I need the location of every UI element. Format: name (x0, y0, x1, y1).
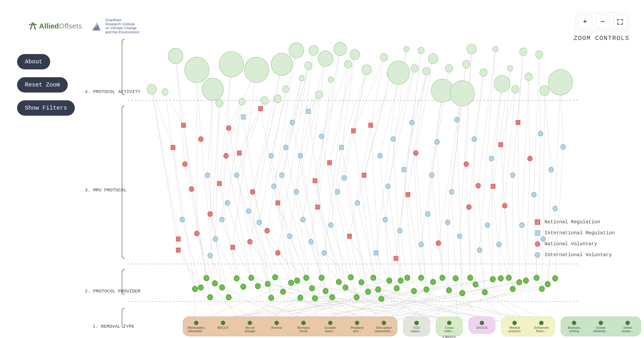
mrv-node[interactable] (339, 145, 344, 150)
chart-canvas[interactable] (114, 36, 592, 336)
provider-node[interactable] (336, 279, 342, 285)
mrv-node[interactable] (541, 237, 546, 242)
activity-bubble[interactable] (318, 51, 333, 66)
mrv-node[interactable] (394, 256, 398, 261)
provider-node[interactable] (552, 276, 558, 281)
mrv-node[interactable] (230, 245, 235, 249)
reset-zoom-button[interactable]: Reset Zoom (17, 77, 68, 92)
mrv-node[interactable] (226, 126, 231, 131)
show-filters-button[interactable]: Show Filters (17, 100, 75, 116)
mrv-node[interactable] (279, 173, 284, 178)
activity-bubble[interactable] (404, 46, 409, 52)
provider-node[interactable] (294, 278, 300, 284)
provider-node[interactable] (545, 282, 550, 287)
activity-bubble[interactable] (548, 70, 572, 95)
activity-bubble[interactable] (239, 98, 245, 105)
mrv-node[interactable] (406, 192, 410, 197)
mrv-node[interactable] (220, 217, 224, 222)
provider-node[interactable] (288, 280, 294, 286)
mrv-node[interactable] (213, 237, 218, 242)
mrv-node[interactable] (402, 168, 406, 172)
provider-node[interactable] (354, 295, 359, 300)
mrv-node[interactable] (308, 239, 314, 245)
provider-node[interactable] (482, 290, 488, 295)
removal-group[interactable]: CO2 captur…CCS (403, 317, 430, 336)
mrv-node[interactable] (429, 173, 434, 178)
provider-node[interactable] (323, 288, 328, 294)
mrv-node[interactable] (224, 153, 229, 158)
provider-node[interactable] (198, 285, 204, 290)
removal-type-dot[interactable] (447, 321, 452, 325)
mrv-node[interactable] (225, 200, 230, 206)
activity-bubble[interactable] (168, 48, 183, 64)
mrv-node[interactable] (457, 234, 462, 239)
activity-bubble[interactable] (387, 61, 410, 84)
activity-bubble[interactable] (274, 95, 281, 103)
provider-node[interactable] (226, 295, 231, 300)
mrv-node[interactable] (386, 184, 390, 189)
provider-node[interactable] (446, 288, 452, 293)
mrv-node[interactable] (553, 206, 558, 211)
mrv-node[interactable] (374, 251, 378, 255)
activity-bubble[interactable] (525, 73, 532, 81)
mrv-node[interactable] (217, 181, 221, 186)
mrv-node[interactable] (180, 217, 185, 222)
activity-bubble[interactable] (219, 52, 244, 77)
removal-type-dot[interactable] (382, 321, 386, 325)
removal-type-dot[interactable] (512, 321, 517, 325)
activity-bubble[interactable] (328, 77, 334, 82)
mrv-node[interactable] (347, 234, 352, 238)
removal-group[interactable]: Biomass sinkingOcean Alkalinity…Direct o… (561, 317, 641, 336)
mrv-node[interactable] (516, 120, 520, 125)
provider-node[interactable] (366, 289, 371, 295)
activity-bubble[interactable] (450, 81, 474, 106)
provider-node[interactable] (208, 295, 213, 300)
mrv-node[interactable] (464, 162, 469, 167)
provider-node[interactable] (272, 275, 278, 280)
activity-bubble[interactable] (309, 45, 318, 55)
provider-node[interactable] (312, 296, 318, 301)
provider-node[interactable] (534, 275, 539, 281)
provider-node[interactable] (376, 287, 381, 292)
provider-node[interactable] (212, 281, 218, 286)
activity-bubble[interactable] (350, 50, 360, 60)
provider-node[interactable] (418, 275, 424, 281)
provider-node[interactable] (506, 275, 512, 281)
activity-bubble[interactable] (512, 85, 519, 93)
provider-node[interactable] (440, 275, 445, 281)
mrv-node[interactable] (194, 231, 200, 236)
activity-bubble[interactable] (147, 84, 156, 94)
provider-node[interactable] (411, 288, 416, 294)
provider-node[interactable] (255, 284, 260, 289)
mrv-node[interactable] (383, 217, 388, 222)
mrv-node[interactable] (538, 131, 543, 136)
activity-bubble[interactable] (428, 54, 438, 64)
removal-type-dot[interactable] (328, 321, 332, 325)
mrv-node[interactable] (510, 173, 515, 178)
removal-type-dot[interactable] (301, 321, 306, 325)
fullscreen-button[interactable] (613, 15, 627, 29)
provider-node[interactable] (386, 278, 392, 284)
mrv-node[interactable] (208, 212, 212, 217)
mrv-node[interactable] (561, 144, 566, 150)
activity-bubble[interactable] (480, 69, 487, 76)
mrv-node[interactable] (549, 167, 554, 172)
mrv-node[interactable] (520, 223, 524, 228)
zoom-out-button[interactable]: − (596, 15, 610, 29)
mrv-node[interactable] (496, 242, 502, 247)
provider-node[interactable] (371, 275, 376, 281)
removal-type-dot[interactable] (194, 321, 198, 325)
removal-type-dot[interactable] (572, 321, 576, 325)
provider-node[interactable] (280, 289, 286, 295)
provider-node[interactable] (204, 275, 209, 281)
provider-node[interactable] (405, 275, 410, 281)
mrv-node[interactable] (257, 220, 262, 225)
provider-node[interactable] (517, 280, 522, 285)
mrv-node[interactable] (419, 242, 424, 247)
activity-bubble[interactable] (305, 62, 312, 70)
mrv-node[interactable] (294, 189, 299, 195)
mrv-node[interactable] (306, 109, 310, 113)
activity-bubble[interactable] (467, 44, 476, 54)
mrv-node[interactable] (378, 153, 382, 158)
activity-bubble[interactable] (299, 75, 304, 81)
